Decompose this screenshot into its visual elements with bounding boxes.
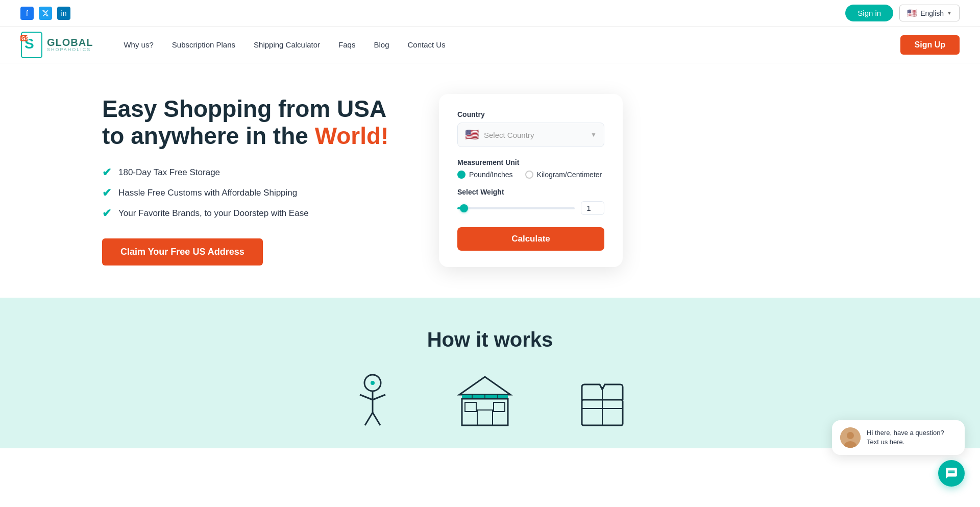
measurement-options: Pound/Inches Kilogram/Centimeter [457, 171, 604, 179]
how-icon-store [457, 372, 513, 428]
feature-2-text: Hassle Free Customs with Affordable Ship… [118, 188, 297, 198]
hero-title-line2: to anywhere in the [102, 123, 308, 149]
svg-marker-11 [459, 377, 510, 395]
svg-point-10 [371, 381, 375, 385]
check-icon-1: ✔ [102, 166, 111, 179]
nav-subscription-plans[interactable]: Subscription Plans [172, 40, 235, 49]
us-flag-icon: 🇺🇸 [465, 128, 479, 141]
signup-button[interactable]: Sign Up [900, 35, 960, 55]
nav-shipping-calculator[interactable]: Shipping Calculator [254, 40, 320, 49]
weight-label: Select Weight [457, 188, 604, 196]
pounds-option[interactable]: Pound/Inches [457, 171, 513, 179]
kg-label: Kilogram/Centimeter [537, 171, 602, 179]
check-icon-3: ✔ [102, 207, 111, 220]
feature-2: ✔ Hassle Free Customs with Affordable Sh… [102, 186, 398, 200]
hero-title-highlight: World! [315, 123, 389, 149]
feature-1: ✔ 180-Day Tax Free Storage [102, 166, 398, 179]
svg-line-6 [360, 395, 373, 400]
weight-slider-track[interactable] [457, 207, 575, 209]
how-title: How it works [20, 328, 960, 351]
nav-why-us[interactable]: Why us? [124, 40, 153, 49]
nav-faqs[interactable]: Faqs [338, 40, 355, 49]
chevron-down-icon: ▼ [947, 10, 952, 16]
hero-content: Easy Shopping from USA to anywhere in th… [102, 95, 398, 265]
logo-global: GLOBAL [47, 37, 93, 47]
chat-avatar [840, 427, 861, 448]
svg-point-25 [847, 432, 854, 439]
chat-widget: Hi there, have a question? Text us here. [832, 420, 965, 448]
how-icons-row [20, 372, 960, 428]
select-arrow-icon: ▼ [591, 131, 597, 138]
claim-address-button[interactable]: Claim Your Free US Address [102, 238, 263, 265]
hero-title: Easy Shopping from USA to anywhere in th… [102, 95, 398, 150]
kg-option[interactable]: Kilogram/Centimeter [525, 171, 602, 179]
chat-message-text: Hi there, have a question? Text us here. [867, 428, 957, 447]
feature-1-text: 180-Day Tax Free Storage [118, 167, 220, 178]
weight-slider-thumb[interactable] [460, 204, 468, 212]
svg-rect-15 [465, 402, 476, 412]
person-svg [350, 372, 396, 428]
svg-rect-16 [494, 402, 505, 412]
nav-contact-us[interactable]: Contact Us [408, 40, 446, 49]
measurement-unit-section: Measurement Unit Pound/Inches Kilogram/C… [457, 158, 604, 179]
store-svg [457, 372, 513, 428]
language-label: English [920, 9, 944, 17]
shipping-calculator-card: Country 🇺🇸 Select Country ▼ Measurement … [439, 94, 623, 267]
weight-section: Select Weight [457, 188, 604, 215]
logo-icon: S GS [20, 31, 43, 59]
country-label: Country [457, 110, 604, 118]
nav-blog[interactable]: Blog [374, 40, 389, 49]
country-placeholder: Select Country [484, 131, 585, 139]
feature-3: ✔ Your Favorite Brands, to your Doorstep… [102, 207, 398, 220]
hero-features: ✔ 180-Day Tax Free Storage ✔ Hassle Free… [102, 166, 398, 220]
kg-radio-inactive [525, 171, 533, 179]
logo-sub: SHOPAHOLICS [47, 47, 93, 52]
check-icon-2: ✔ [102, 186, 111, 200]
svg-text:GS: GS [21, 36, 29, 41]
top-bar: f in Sign in 🇺🇸 English ▼ [0, 0, 980, 27]
svg-line-9 [373, 413, 380, 425]
measurement-label: Measurement Unit [457, 158, 604, 166]
main-nav: S GS GLOBAL SHOPAHOLICS Why us? Subscrip… [0, 27, 980, 63]
svg-rect-14 [477, 410, 493, 425]
top-right-controls: Sign in 🇺🇸 English ▼ [845, 5, 960, 21]
svg-line-8 [365, 413, 373, 425]
calculate-button[interactable]: Calculate [457, 227, 604, 251]
pounds-label: Pound/Inches [469, 171, 513, 179]
logo[interactable]: S GS GLOBAL SHOPAHOLICS [20, 31, 93, 59]
box-svg [574, 372, 630, 428]
chat-bubble: Hi there, have a question? Text us here. [832, 420, 965, 448]
social-icons: f in [20, 7, 70, 20]
signin-button[interactable]: Sign in [845, 5, 893, 21]
weight-input[interactable] [581, 201, 604, 215]
feature-3-text: Your Favorite Brands, to your Doorstep w… [118, 208, 309, 219]
hero-section: Easy Shopping from USA to anywhere in th… [0, 63, 980, 298]
weight-slider-wrap [457, 201, 604, 215]
how-icon-person [350, 372, 396, 428]
linkedin-icon[interactable]: in [57, 7, 70, 20]
nav-links: Why us? Subscription Plans Shipping Calc… [124, 40, 900, 49]
language-selector[interactable]: 🇺🇸 English ▼ [899, 5, 960, 21]
flag-icon: 🇺🇸 [907, 8, 917, 18]
svg-line-7 [373, 395, 385, 400]
logo-text: GLOBAL SHOPAHOLICS [47, 37, 93, 52]
country-select[interactable]: 🇺🇸 Select Country ▼ [457, 123, 604, 147]
twitter-icon[interactable] [39, 7, 52, 20]
facebook-icon[interactable]: f [20, 7, 34, 20]
hero-title-line1: Easy Shopping from USA [102, 95, 386, 122]
how-icon-box [574, 372, 630, 428]
pounds-radio-active [457, 171, 465, 179]
